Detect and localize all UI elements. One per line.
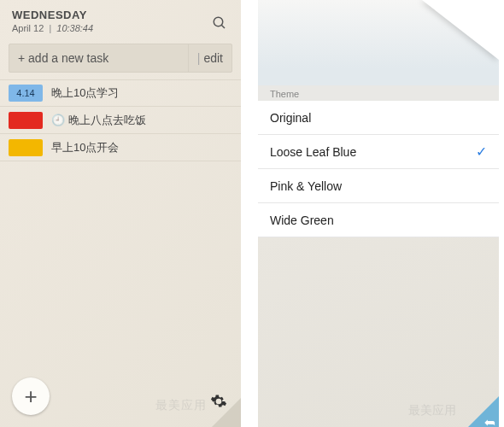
theme-options-list: Original Loose Leaf Blue ✓ Pink & Yellow…	[258, 101, 499, 237]
task-text: 早上10点开会	[51, 140, 119, 155]
theme-swatch-preview: 最美应用 ➦	[258, 237, 499, 427]
theme-settings-screen: Theme Original Loose Leaf Blue ✓ Pink & …	[258, 0, 499, 427]
task-tag	[9, 139, 43, 156]
task-row[interactable]: 4.14 晚上10点学习	[0, 79, 241, 107]
search-icon[interactable]	[210, 14, 229, 32]
edit-label: edit	[203, 51, 223, 65]
date: April 12	[12, 23, 44, 33]
action-bar: + add a new task | edit	[9, 44, 232, 73]
edit-button[interactable]: | edit	[188, 44, 231, 72]
theme-option[interactable]: Wide Green	[258, 203, 499, 237]
task-app-screen: WEDNESDAY April 12 | 10:38:44 + add a ne…	[0, 0, 241, 427]
theme-preview	[258, 0, 499, 85]
section-header: Theme	[258, 85, 499, 101]
svg-point-0	[214, 17, 223, 26]
separator: |	[49, 23, 51, 33]
add-fab-button[interactable]: +	[12, 377, 50, 415]
task-tag	[9, 112, 43, 129]
watermark: 最美应用	[408, 403, 456, 418]
task-row[interactable]: 🕘 晚上八点去吃饭	[0, 107, 241, 134]
date-time: April 12 | 10:38:44	[12, 23, 210, 33]
add-task-button[interactable]: + add a new task	[9, 44, 188, 72]
task-list: 4.14 晚上10点学习 🕘 晚上八点去吃饭 早上10点开会	[0, 79, 241, 161]
option-label: Pink & Yellow	[270, 179, 487, 193]
task-tag: 4.14	[9, 85, 43, 102]
theme-option[interactable]: Pink & Yellow	[258, 169, 499, 203]
task-text: 晚上10点学习	[51, 85, 119, 101]
checkmark-icon: ✓	[476, 143, 487, 160]
svg-line-1	[221, 25, 225, 28]
clock-icon: 🕘	[51, 114, 65, 126]
header: WEDNESDAY April 12 | 10:38:44	[0, 9, 241, 38]
theme-option[interactable]: Loose Leaf Blue ✓	[258, 135, 499, 169]
theme-option[interactable]: Original	[258, 101, 499, 135]
option-label: Original	[270, 111, 487, 125]
day-of-week: WEDNESDAY	[12, 9, 210, 21]
header-text: WEDNESDAY April 12 | 10:38:44	[12, 9, 210, 33]
option-label: Loose Leaf Blue	[270, 145, 476, 159]
time: 10:38:44	[56, 23, 93, 33]
task-row[interactable]: 早上10点开会	[0, 134, 241, 161]
page-curl-icon	[422, 0, 499, 60]
task-text: 🕘 晚上八点去吃饭	[51, 113, 146, 128]
page-corner-fold[interactable]	[212, 398, 241, 427]
watermark: 最美应用	[155, 398, 207, 413]
back-arrow-icon: ➦	[484, 414, 495, 427]
option-label: Wide Green	[270, 214, 487, 227]
